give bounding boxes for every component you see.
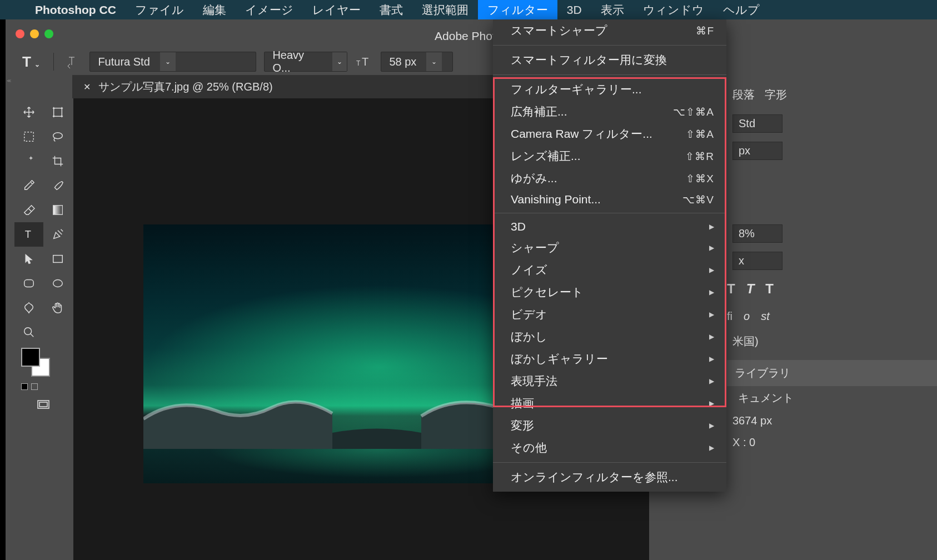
svg-text:T: T xyxy=(25,228,31,240)
menu-item-camera-raw[interactable]: Camera Raw フィルター...⇧⌘A xyxy=(493,123,726,145)
svg-point-4 xyxy=(53,133,63,139)
submenu-render[interactable]: 描画 xyxy=(493,392,726,414)
dropdown-icon: ⌄ xyxy=(426,52,442,71)
menu-file[interactable]: ファイル xyxy=(126,0,193,19)
menu-layer[interactable]: レイヤー xyxy=(303,0,370,19)
eraser-tool[interactable] xyxy=(14,198,43,222)
font-size-icon: TT xyxy=(355,53,373,71)
submenu-noise[interactable]: ノイズ xyxy=(493,259,726,281)
submenu-stylize[interactable]: 表現手法 xyxy=(493,370,726,392)
tool-indicator[interactable]: T ⌄ xyxy=(22,53,43,71)
font-size-value: 58 px xyxy=(389,56,416,68)
submenu-sharpen[interactable]: シャープ xyxy=(493,237,726,259)
svg-rect-5 xyxy=(53,206,63,215)
app-window: Adobe Photos T ⌄ Futura Std ⌄ Heavy O...… xyxy=(6,19,937,560)
menu-select[interactable]: 選択範囲 xyxy=(412,0,478,19)
submenu-other[interactable]: その他 xyxy=(493,437,726,459)
menu-app[interactable]: Photoshop CC xyxy=(26,0,126,19)
menu-item-lens-correction[interactable]: レンズ補正...⇧⌘R xyxy=(493,145,726,167)
panel-tab-libraries[interactable]: ライブラリ xyxy=(735,366,790,381)
dropdown-icon: ⌄ xyxy=(332,52,347,71)
text-orientation-icon[interactable] xyxy=(64,53,82,71)
foreground-color-swatch[interactable] xyxy=(21,348,40,367)
menu-item-browse-online[interactable]: オンラインフィルターを参照... xyxy=(493,466,726,488)
menu-type[interactable]: 書式 xyxy=(370,0,412,19)
collapsed-panel-rail[interactable]: ≪ xyxy=(6,75,14,560)
menu-filter[interactable]: フィルター xyxy=(478,0,557,19)
svg-text:T: T xyxy=(362,56,368,68)
svg-rect-12 xyxy=(39,402,47,407)
panel-font-value[interactable]: Std xyxy=(732,114,783,133)
zoom-tool[interactable] xyxy=(14,320,43,344)
rectangle-tool[interactable] xyxy=(43,247,72,271)
screen-mode-button[interactable] xyxy=(14,391,72,419)
font-weight-select[interactable]: Heavy O... ⌄ xyxy=(264,52,347,72)
submenu-video[interactable]: ビデオ xyxy=(493,303,726,326)
menu-edit[interactable]: 編集 xyxy=(193,0,236,19)
options-bar: T ⌄ Futura Std ⌄ Heavy O... ⌄ TT 58 px ⌄ xyxy=(6,48,937,75)
filter-menu-dropdown: スマートシャープ⌘F スマートフィルター用に変換 フィルターギャラリー... 広… xyxy=(493,19,726,492)
path-select-tool[interactable] xyxy=(14,247,43,271)
menu-item-filter-gallery[interactable]: フィルターギャラリー... xyxy=(493,78,726,101)
marquee-tool[interactable] xyxy=(14,124,43,149)
svg-rect-2 xyxy=(54,108,62,117)
menu-item-wide-angle[interactable]: 広角補正...⌥⇧⌘A xyxy=(493,101,726,123)
quick-mask-toggle[interactable] xyxy=(14,382,72,391)
font-size-select[interactable]: 58 px ⌄ xyxy=(381,52,453,72)
type-tool[interactable]: T xyxy=(14,222,43,247)
crop-tool[interactable] xyxy=(43,149,72,173)
panel-unit-value[interactable]: x xyxy=(732,252,783,270)
menu-image[interactable]: イメージ xyxy=(236,0,303,19)
panel-document-label: キュメント xyxy=(738,391,794,406)
lasso-tool[interactable] xyxy=(43,124,72,149)
submenu-distort[interactable]: 変形 xyxy=(493,414,726,437)
menu-item-convert-smart[interactable]: スマートフィルター用に変換 xyxy=(493,49,726,71)
window-title: Adobe Photos xyxy=(6,29,937,43)
menu-item-liquify[interactable]: ゆがみ...⇧⌘X xyxy=(493,167,726,189)
artboard-tool[interactable] xyxy=(43,100,72,124)
magic-wand-tool[interactable] xyxy=(14,149,43,173)
menu-3d[interactable]: 3D xyxy=(557,0,591,19)
font-family-value: Futura Std xyxy=(98,56,149,68)
gradient-tool[interactable] xyxy=(43,198,72,222)
font-weight-value: Heavy O... xyxy=(272,49,322,74)
submenu-3d[interactable]: 3D xyxy=(493,217,726,237)
rounded-rect-tool[interactable] xyxy=(14,271,43,296)
ellipse-tool[interactable] xyxy=(43,271,72,296)
submenu-pixelate[interactable]: ピクセレート xyxy=(493,281,726,303)
custom-shape-tool[interactable] xyxy=(14,296,43,320)
svg-point-10 xyxy=(24,328,32,335)
dropdown-icon: ⌄ xyxy=(160,52,176,71)
close-tab-icon[interactable]: ✕ xyxy=(83,82,91,92)
document-tab-label[interactable]: サンプル写真7.jpg @ 25% (RGB/8) xyxy=(98,79,273,94)
pen-tool[interactable] xyxy=(43,222,72,247)
svg-rect-7 xyxy=(53,256,63,263)
menu-window[interactable]: ウィンドウ xyxy=(634,0,714,19)
menu-view[interactable]: 表示 xyxy=(591,0,634,19)
menu-help[interactable]: ヘルプ xyxy=(714,0,769,19)
svg-point-9 xyxy=(53,280,63,287)
submenu-blur[interactable]: ぼかし xyxy=(493,326,726,348)
svg-rect-8 xyxy=(24,280,34,287)
font-family-select[interactable]: Futura Std ⌄ xyxy=(89,52,256,72)
eyedropper-tool[interactable] xyxy=(14,173,43,198)
svg-rect-3 xyxy=(24,132,34,142)
panel-size-value[interactable]: px xyxy=(732,142,783,160)
menu-item-last-filter[interactable]: スマートシャープ⌘F xyxy=(493,19,726,42)
panel-percent-value[interactable]: 8% xyxy=(732,224,783,243)
hand-tool[interactable] xyxy=(43,296,72,320)
submenu-blur-gallery[interactable]: ぼかしギャラリー xyxy=(493,348,726,370)
svg-text:T: T xyxy=(356,59,361,67)
brush-tool[interactable] xyxy=(43,173,72,198)
panel-locale: 米国) xyxy=(732,334,759,349)
panel-tab-glyphs[interactable]: 字形 xyxy=(765,87,787,102)
macos-menubar: Photoshop CC ファイル 編集 イメージ レイヤー 書式 選択範囲 フ… xyxy=(0,0,937,19)
move-tool[interactable] xyxy=(14,100,43,124)
panel-tab-paragraph[interactable]: 段落 xyxy=(732,87,755,102)
color-swatches[interactable] xyxy=(14,344,72,382)
tools-panel: T xyxy=(14,100,72,560)
menu-item-vanishing-point[interactable]: Vanishing Point...⌥⌘V xyxy=(493,189,726,209)
